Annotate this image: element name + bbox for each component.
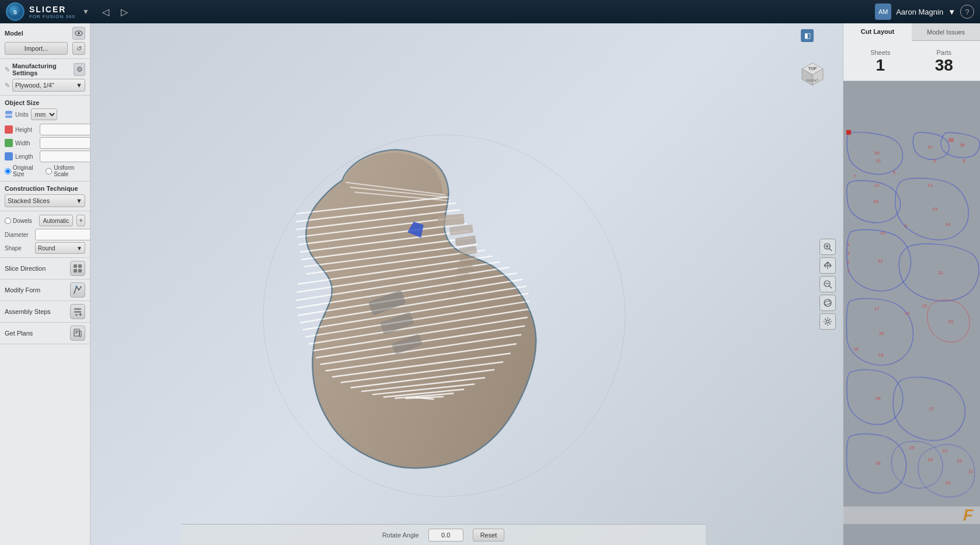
svg-rect-12 bbox=[74, 311, 81, 313]
nav-forward-button[interactable]: ▷ bbox=[117, 5, 131, 19]
svg-text:15: 15 bbox=[922, 303, 927, 309]
user-dropdown-arrow[interactable]: ▼ bbox=[948, 8, 955, 16]
refresh-button[interactable]: ↺ bbox=[72, 42, 85, 55]
view-toggle-button[interactable]: ◧ bbox=[801, 29, 814, 42]
svg-text:14: 14 bbox=[945, 222, 950, 227]
svg-point-33 bbox=[826, 320, 829, 323]
model-section: Model Import... ↺ bbox=[0, 23, 90, 59]
svg-text:mm: mm bbox=[5, 113, 12, 117]
length-icon bbox=[5, 152, 13, 160]
assembly-steps-icon[interactable] bbox=[70, 304, 85, 319]
svg-text:33: 33 bbox=[932, 206, 937, 211]
model-issues-tab[interactable]: Model Issues bbox=[912, 23, 980, 40]
svg-rect-72 bbox=[449, 225, 473, 236]
right-panel: Cut Layout Model Issues Sheets 1 Parts 3… bbox=[843, 23, 980, 545]
svg-text:34: 34 bbox=[873, 198, 878, 204]
modify-form-icon[interactable] bbox=[70, 282, 85, 298]
svg-text:30: 30 bbox=[879, 330, 884, 336]
app-subtitle: FOR FUSION 360 bbox=[29, 14, 75, 19]
pan-button[interactable] bbox=[819, 257, 836, 274]
length-input[interactable] bbox=[40, 151, 90, 162]
automatic-button[interactable]: Automatic bbox=[39, 215, 73, 226]
main-layout: Model Import... ↺ ✎ Manufacturing Settin… bbox=[0, 23, 980, 545]
svg-text:38: 38 bbox=[948, 137, 954, 143]
svg-point-31 bbox=[824, 299, 831, 306]
zoom-button[interactable] bbox=[819, 276, 836, 292]
construction-title: Construction Technique bbox=[5, 185, 85, 192]
nav-buttons: ◁ ▷ bbox=[99, 5, 131, 19]
mfg-section-title: Manufacturing Settings bbox=[12, 62, 74, 76]
cube-svg: TOP FRONT bbox=[796, 58, 829, 91]
height-input[interactable] bbox=[40, 124, 90, 135]
get-plans-label: Get Plans bbox=[5, 330, 33, 337]
uniform-scale-option[interactable]: Uniform Scale bbox=[46, 165, 85, 177]
svg-rect-11 bbox=[74, 308, 81, 310]
svg-text:31: 31 bbox=[938, 270, 943, 275]
svg-text:29: 29 bbox=[948, 319, 953, 324]
user-area: AM Aaron Magnin ▼ ? bbox=[875, 4, 974, 20]
shape-dropdown[interactable]: Round ▼ bbox=[35, 242, 85, 254]
svg-text:5: 5 bbox=[905, 223, 908, 229]
diameter-input[interactable] bbox=[35, 229, 90, 240]
viewport-toolbar bbox=[819, 239, 836, 330]
get-plans-section[interactable]: Get Plans bbox=[0, 323, 90, 344]
svg-text:35: 35 bbox=[874, 151, 880, 156]
help-button[interactable]: ? bbox=[960, 5, 974, 19]
model-section-title: Model bbox=[5, 30, 23, 37]
svg-text:2: 2 bbox=[847, 260, 850, 265]
app-title: SLICER FOR FUSION 360 bbox=[29, 5, 75, 19]
svg-text:19: 19 bbox=[853, 347, 859, 352]
dowels-section: Dowels Automatic + Diameter ▲ ▼ Shape Ro… bbox=[0, 211, 90, 258]
width-icon bbox=[5, 139, 13, 147]
svg-text:7: 7 bbox=[853, 173, 856, 179]
svg-text:21: 21 bbox=[968, 469, 974, 474]
topbar: S SLICER FOR FUSION 360 ▼ ◁ ▷ AM Aaron M… bbox=[0, 0, 980, 23]
user-avatar: AM bbox=[875, 4, 891, 20]
mfg-settings-button[interactable]: ⚙ bbox=[74, 63, 85, 76]
get-plans-icon[interactable] bbox=[70, 326, 85, 341]
dowels-radio[interactable]: Dowels bbox=[5, 218, 32, 224]
model-eye-button[interactable] bbox=[72, 27, 85, 40]
width-input[interactable] bbox=[40, 137, 90, 149]
svg-line-29 bbox=[829, 286, 832, 288]
sheets-label: Sheets bbox=[870, 49, 890, 56]
height-label: Height bbox=[15, 127, 37, 133]
diameter-label: Diameter bbox=[5, 232, 33, 238]
app-dropdown-arrow[interactable]: ▼ bbox=[82, 8, 89, 16]
svg-text:3: 3 bbox=[847, 251, 850, 256]
technique-dropdown[interactable]: Stacked Slices ▼ bbox=[5, 194, 85, 207]
zoom-fit-button[interactable] bbox=[819, 239, 836, 255]
units-icon: mm bbox=[5, 110, 13, 118]
svg-text:27: 27 bbox=[929, 406, 934, 411]
assembly-steps-section[interactable]: Assembly Steps bbox=[0, 301, 90, 323]
svg-text:16: 16 bbox=[905, 310, 910, 316]
settings-view-button[interactable] bbox=[819, 313, 836, 330]
nav-back-button[interactable]: ◁ bbox=[99, 5, 113, 19]
modify-form-section[interactable]: Modify Form bbox=[0, 280, 90, 301]
assembly-steps-label: Assembly Steps bbox=[5, 308, 51, 315]
reset-button[interactable]: Reset bbox=[473, 529, 505, 541]
svg-text:S: S bbox=[13, 9, 17, 15]
shape-label: Shape bbox=[5, 245, 33, 251]
orbit-button[interactable] bbox=[819, 295, 836, 311]
svg-text:6: 6 bbox=[893, 170, 896, 175]
rotate-angle-label: Rotate Angle bbox=[382, 532, 419, 539]
parts-value: 38 bbox=[935, 56, 953, 75]
svg-text:10: 10 bbox=[876, 158, 881, 163]
slice-direction-label: Slice Direction bbox=[5, 265, 46, 272]
svg-text:25: 25 bbox=[909, 446, 915, 451]
add-dowel-button[interactable]: + bbox=[76, 215, 85, 226]
cut-layout-preview[interactable]: 38 37 36 35 34 33 bbox=[843, 81, 980, 545]
cut-layout-tab[interactable]: Cut Layout bbox=[843, 23, 912, 41]
rotate-angle-input[interactable] bbox=[428, 529, 463, 541]
import-button[interactable]: Import... bbox=[5, 42, 68, 55]
material-dropdown[interactable]: Plywood, 1/4" ▼ bbox=[12, 79, 85, 92]
view-cube: TOP FRONT bbox=[796, 58, 831, 93]
length-label: Length bbox=[15, 153, 37, 160]
slice-direction-section[interactable]: Slice Direction bbox=[0, 258, 90, 280]
svg-text:22: 22 bbox=[957, 458, 962, 463]
original-size-option[interactable]: Original Size bbox=[5, 165, 41, 177]
viewport[interactable]: ◧ TOP FRONT bbox=[90, 23, 843, 545]
slice-direction-icon[interactable] bbox=[70, 261, 85, 276]
units-select[interactable]: mm in cm bbox=[31, 109, 57, 120]
